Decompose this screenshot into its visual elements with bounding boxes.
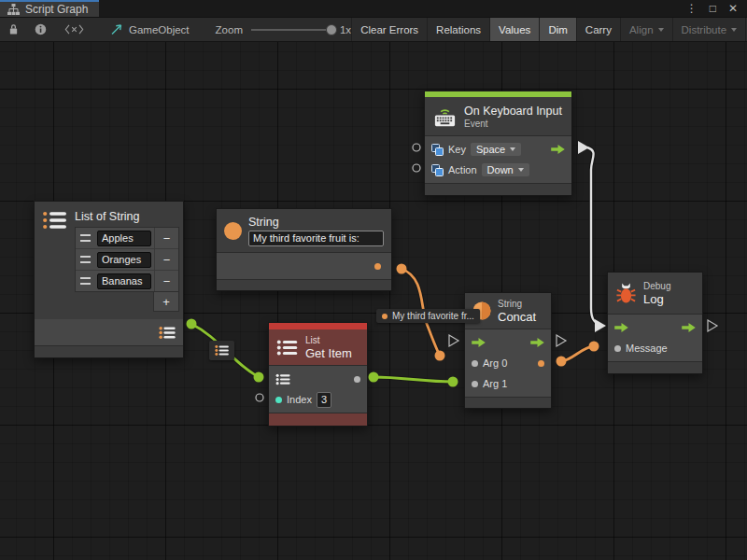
chevron-down-icon xyxy=(731,28,737,32)
lock-button[interactable] xyxy=(0,18,27,41)
flow-input-port[interactable] xyxy=(614,323,628,332)
node-string-literal[interactable]: String My third favorite fruit is: xyxy=(216,208,392,291)
node-footer xyxy=(608,361,702,373)
node-category: List xyxy=(305,335,352,345)
close-icon[interactable]: ✕ xyxy=(728,3,738,14)
lock-icon xyxy=(8,23,19,35)
list-item-field[interactable]: Bananas xyxy=(97,273,151,289)
key-port-label: Key xyxy=(448,144,466,155)
flow-output-port[interactable] xyxy=(530,338,544,347)
align-dropdown[interactable]: Align xyxy=(620,18,672,41)
item-output-port[interactable] xyxy=(354,376,360,383)
code-view-button[interactable] xyxy=(54,18,93,41)
port-row-index: Index 3 xyxy=(269,389,367,410)
gameobject-label: GameObject xyxy=(129,24,190,35)
keycode-type-icon xyxy=(431,144,444,156)
port-row-action: Action Down xyxy=(425,160,571,180)
info-button[interactable] xyxy=(27,18,54,41)
index-value-field[interactable]: 3 xyxy=(317,392,331,408)
carry-toggle[interactable]: Carry xyxy=(576,18,620,41)
remove-item-button[interactable]: − xyxy=(154,271,178,291)
drag-handle[interactable] xyxy=(76,256,94,263)
node-body: Arg 0 Arg 1 xyxy=(465,329,551,397)
menu-icon[interactable]: ⋮ xyxy=(686,3,698,14)
action-dropdown[interactable]: Down xyxy=(482,163,529,176)
node-category: Debug xyxy=(643,281,670,291)
list-item-row: Apples − xyxy=(76,228,178,249)
gameobject-reference[interactable]: GameObject xyxy=(110,18,190,41)
string-value-dot-icon xyxy=(382,314,388,319)
drag-handle-icon xyxy=(80,277,91,285)
list-type-icon xyxy=(42,210,68,231)
arg1-input-port[interactable] xyxy=(472,381,478,387)
node-debug-log[interactable]: Debug Log Message xyxy=(607,272,703,374)
drag-handle[interactable] xyxy=(76,234,94,242)
drag-handle-icon xyxy=(80,256,91,263)
node-title: Concat xyxy=(498,310,536,324)
flow-output-port[interactable] xyxy=(551,145,565,154)
string-output-port[interactable] xyxy=(374,263,381,270)
keycode-type-icon xyxy=(431,164,444,176)
distribute-dropdown[interactable]: Distribute xyxy=(672,18,746,41)
chevron-down-icon xyxy=(510,147,515,151)
node-on-keyboard-input[interactable]: On Keyboard Input Event Key Space xyxy=(424,91,572,196)
string-value-field[interactable]: My third favorite fruit is: xyxy=(248,231,384,246)
node-header: String My third favorite fruit is: xyxy=(217,209,391,253)
list-type-icon xyxy=(276,339,299,357)
zoom-label: Zoom xyxy=(216,24,243,35)
node-header: List Get Item xyxy=(269,329,367,366)
list-output-port[interactable] xyxy=(159,326,176,340)
list-item-field[interactable]: Apples xyxy=(97,231,151,246)
chevron-down-icon xyxy=(658,28,664,32)
node-list-of-string[interactable]: List of String Apples − Oranges − Ban xyxy=(34,201,184,358)
port-row-message: Message xyxy=(608,338,702,358)
port-row-list-input xyxy=(269,369,367,389)
code-brackets-icon xyxy=(64,24,84,35)
wire-value-text: My third favorite fr... xyxy=(392,311,474,321)
zoom-value: 1x xyxy=(340,24,351,35)
result-output-port[interactable] xyxy=(538,360,544,367)
list-editor: Apples − Oranges − Bananas − xyxy=(75,227,179,292)
index-input-port[interactable] xyxy=(275,397,282,403)
error-color-bar xyxy=(269,323,367,329)
flow-row xyxy=(608,317,702,338)
node-title: List of String xyxy=(75,210,179,227)
list-output-row xyxy=(35,322,183,343)
node-footer xyxy=(465,397,551,408)
arg1-label: Arg 1 xyxy=(483,378,507,389)
arg0-input-port[interactable] xyxy=(472,360,478,367)
node-body xyxy=(35,319,183,345)
index-port-label: Index xyxy=(287,394,312,405)
add-item-button[interactable]: + xyxy=(153,292,179,312)
message-input-port[interactable] xyxy=(614,345,621,352)
zoom-slider-handle[interactable] xyxy=(326,24,337,35)
tab-script-graph[interactable]: Script Graph xyxy=(0,0,99,17)
values-toggle[interactable]: Values xyxy=(489,18,539,41)
string-type-icon xyxy=(224,222,242,240)
node-header: Debug Log xyxy=(608,273,702,315)
node-category: String xyxy=(498,299,536,309)
node-body: Index 3 xyxy=(269,366,367,413)
relations-button[interactable]: Relations xyxy=(427,18,489,41)
graph-toolbar: GameObject Zoom 1x Clear Errors Relation… xyxy=(0,18,747,42)
node-body: Key Space Action Down xyxy=(425,136,571,183)
flow-output-port[interactable] xyxy=(682,323,696,332)
list-item-row: Oranges − xyxy=(76,249,178,271)
node-list-get-item[interactable]: List Get Item Index 3 xyxy=(268,322,368,427)
zoom-slider-track[interactable] xyxy=(251,29,331,31)
node-title: Get Item xyxy=(305,346,352,360)
remove-item-button[interactable]: − xyxy=(154,228,178,248)
key-dropdown[interactable]: Space xyxy=(471,143,521,156)
node-body xyxy=(217,253,391,279)
gameobject-link-icon xyxy=(110,23,123,35)
list-item-field[interactable]: Oranges xyxy=(97,252,151,268)
zoom-control: Zoom 1x xyxy=(216,18,352,41)
flow-input-port[interactable] xyxy=(472,338,486,347)
maximize-icon[interactable]: □ xyxy=(710,3,716,14)
drag-handle[interactable] xyxy=(76,277,94,285)
clear-errors-button[interactable]: Clear Errors xyxy=(351,18,427,41)
remove-item-button[interactable]: − xyxy=(154,249,178,270)
unity-visual-scripting-window: Script Graph ⋮ □ ✕ xyxy=(0,0,747,560)
dim-toggle[interactable]: Dim xyxy=(539,18,575,41)
list-input-port[interactable] xyxy=(275,373,291,385)
